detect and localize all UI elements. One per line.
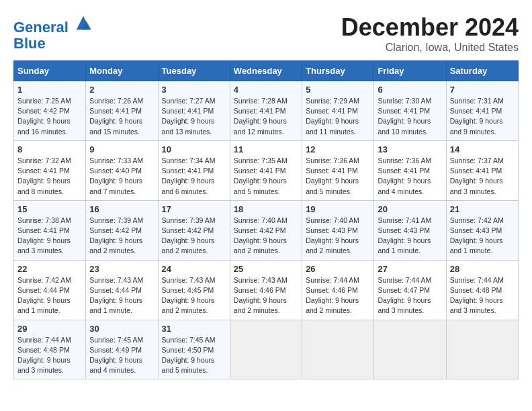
day-info: Sunrise: 7:25 AM Sunset: 4:42 PM Dayligh…	[17, 96, 82, 137]
calendar-cell: 13Sunrise: 7:36 AM Sunset: 4:41 PM Dayli…	[374, 140, 446, 200]
day-number: 23	[89, 264, 154, 274]
calendar-cell: 27Sunrise: 7:44 AM Sunset: 4:47 PM Dayli…	[374, 260, 446, 320]
day-info: Sunrise: 7:40 AM Sunset: 4:42 PM Dayligh…	[234, 216, 298, 257]
calendar-cell: 22Sunrise: 7:42 AM Sunset: 4:44 PM Dayli…	[14, 260, 86, 320]
day-number: 24	[162, 264, 226, 274]
day-number: 8	[17, 144, 82, 154]
logo: General Blue	[13, 13, 93, 52]
day-number: 14	[450, 144, 515, 154]
calendar-cell: 5Sunrise: 7:29 AM Sunset: 4:41 PM Daylig…	[302, 81, 374, 141]
day-info: Sunrise: 7:44 AM Sunset: 4:48 PM Dayligh…	[450, 275, 515, 316]
weekday-saturday: Saturday	[446, 61, 518, 81]
calendar-cell: 10Sunrise: 7:34 AM Sunset: 4:41 PM Dayli…	[158, 140, 230, 200]
calendar-cell	[374, 320, 446, 379]
page-header: General Blue December 2024 Clarion, Iowa…	[13, 13, 519, 54]
weekday-header-row: SundayMondayTuesdayWednesdayThursdayFrid…	[14, 61, 519, 81]
day-number: 11	[234, 144, 298, 154]
day-info: Sunrise: 7:32 AM Sunset: 4:41 PM Dayligh…	[17, 156, 82, 197]
calendar-table: SundayMondayTuesdayWednesdayThursdayFrid…	[13, 60, 519, 379]
calendar-cell: 30Sunrise: 7:45 AM Sunset: 4:49 PM Dayli…	[86, 320, 158, 379]
calendar-body: 1Sunrise: 7:25 AM Sunset: 4:42 PM Daylig…	[14, 81, 519, 379]
logo-general: General	[13, 19, 69, 36]
calendar-week-2: 8Sunrise: 7:32 AM Sunset: 4:41 PM Daylig…	[14, 140, 519, 200]
day-number: 1	[17, 85, 82, 95]
day-info: Sunrise: 7:43 AM Sunset: 4:46 PM Dayligh…	[234, 275, 298, 316]
day-info: Sunrise: 7:41 AM Sunset: 4:43 PM Dayligh…	[378, 216, 442, 257]
calendar-week-3: 15Sunrise: 7:38 AM Sunset: 4:41 PM Dayli…	[14, 200, 519, 260]
weekday-monday: Monday	[86, 61, 158, 81]
calendar-cell: 16Sunrise: 7:39 AM Sunset: 4:42 PM Dayli…	[86, 200, 158, 260]
calendar-cell: 3Sunrise: 7:27 AM Sunset: 4:41 PM Daylig…	[158, 81, 230, 141]
weekday-tuesday: Tuesday	[158, 61, 230, 81]
day-number: 9	[89, 144, 154, 154]
day-info: Sunrise: 7:27 AM Sunset: 4:41 PM Dayligh…	[162, 96, 226, 137]
day-info: Sunrise: 7:39 AM Sunset: 4:42 PM Dayligh…	[89, 216, 154, 257]
calendar-cell	[302, 320, 374, 379]
day-number: 16	[89, 204, 154, 214]
day-info: Sunrise: 7:42 AM Sunset: 4:44 PM Dayligh…	[17, 275, 82, 316]
day-number: 10	[162, 144, 226, 154]
calendar-cell: 23Sunrise: 7:43 AM Sunset: 4:44 PM Dayli…	[86, 260, 158, 320]
calendar-cell: 8Sunrise: 7:32 AM Sunset: 4:41 PM Daylig…	[14, 140, 86, 200]
day-number: 25	[234, 264, 298, 274]
calendar-cell: 24Sunrise: 7:43 AM Sunset: 4:45 PM Dayli…	[158, 260, 230, 320]
day-number: 19	[306, 204, 370, 214]
day-number: 30	[89, 324, 154, 334]
weekday-friday: Friday	[374, 61, 446, 81]
calendar-cell: 31Sunrise: 7:45 AM Sunset: 4:50 PM Dayli…	[158, 320, 230, 379]
calendar-cell: 1Sunrise: 7:25 AM Sunset: 4:42 PM Daylig…	[14, 81, 86, 141]
day-info: Sunrise: 7:36 AM Sunset: 4:41 PM Dayligh…	[306, 156, 370, 197]
day-number: 7	[450, 85, 515, 95]
day-number: 12	[306, 144, 370, 154]
weekday-sunday: Sunday	[14, 61, 86, 81]
title-block: December 2024 Clarion, Iowa, United Stat…	[341, 13, 519, 54]
calendar-cell: 28Sunrise: 7:44 AM Sunset: 4:48 PM Dayli…	[446, 260, 518, 320]
day-info: Sunrise: 7:34 AM Sunset: 4:41 PM Dayligh…	[162, 156, 226, 197]
weekday-thursday: Thursday	[302, 61, 374, 81]
calendar-cell: 20Sunrise: 7:41 AM Sunset: 4:43 PM Dayli…	[374, 200, 446, 260]
day-info: Sunrise: 7:31 AM Sunset: 4:41 PM Dayligh…	[450, 96, 515, 137]
day-info: Sunrise: 7:36 AM Sunset: 4:41 PM Dayligh…	[378, 156, 442, 197]
weekday-wednesday: Wednesday	[230, 61, 302, 81]
day-info: Sunrise: 7:30 AM Sunset: 4:41 PM Dayligh…	[378, 96, 442, 137]
calendar-cell: 7Sunrise: 7:31 AM Sunset: 4:41 PM Daylig…	[446, 81, 518, 141]
day-number: 21	[450, 204, 515, 214]
calendar-cell: 18Sunrise: 7:40 AM Sunset: 4:42 PM Dayli…	[230, 200, 302, 260]
calendar-cell: 11Sunrise: 7:35 AM Sunset: 4:41 PM Dayli…	[230, 140, 302, 200]
day-info: Sunrise: 7:26 AM Sunset: 4:41 PM Dayligh…	[89, 96, 154, 137]
day-number: 6	[378, 85, 442, 95]
calendar-cell: 6Sunrise: 7:30 AM Sunset: 4:41 PM Daylig…	[374, 81, 446, 141]
day-number: 13	[378, 144, 442, 154]
day-info: Sunrise: 7:33 AM Sunset: 4:40 PM Dayligh…	[89, 156, 154, 197]
calendar-cell: 14Sunrise: 7:37 AM Sunset: 4:41 PM Dayli…	[446, 140, 518, 200]
day-info: Sunrise: 7:39 AM Sunset: 4:42 PM Dayligh…	[162, 216, 226, 257]
day-number: 26	[306, 264, 370, 274]
day-info: Sunrise: 7:45 AM Sunset: 4:50 PM Dayligh…	[162, 335, 226, 376]
calendar-cell: 19Sunrise: 7:40 AM Sunset: 4:43 PM Dayli…	[302, 200, 374, 260]
logo-blue: Blue	[13, 35, 46, 52]
calendar-week-5: 29Sunrise: 7:44 AM Sunset: 4:48 PM Dayli…	[14, 320, 519, 379]
calendar-cell	[446, 320, 518, 379]
day-info: Sunrise: 7:44 AM Sunset: 4:47 PM Dayligh…	[378, 275, 442, 316]
day-info: Sunrise: 7:43 AM Sunset: 4:45 PM Dayligh…	[162, 275, 226, 316]
day-info: Sunrise: 7:45 AM Sunset: 4:49 PM Dayligh…	[89, 335, 154, 376]
day-info: Sunrise: 7:44 AM Sunset: 4:46 PM Dayligh…	[306, 275, 370, 316]
calendar-cell: 12Sunrise: 7:36 AM Sunset: 4:41 PM Dayli…	[302, 140, 374, 200]
calendar-cell: 15Sunrise: 7:38 AM Sunset: 4:41 PM Dayli…	[14, 200, 86, 260]
logo-icon	[74, 13, 93, 32]
day-info: Sunrise: 7:42 AM Sunset: 4:43 PM Dayligh…	[450, 216, 515, 257]
location: Clarion, Iowa, United States	[341, 42, 519, 54]
day-number: 17	[162, 204, 226, 214]
calendar-cell: 21Sunrise: 7:42 AM Sunset: 4:43 PM Dayli…	[446, 200, 518, 260]
day-number: 15	[17, 204, 82, 214]
day-number: 5	[306, 85, 370, 95]
calendar-cell: 9Sunrise: 7:33 AM Sunset: 4:40 PM Daylig…	[86, 140, 158, 200]
calendar-cell: 4Sunrise: 7:28 AM Sunset: 4:41 PM Daylig…	[230, 81, 302, 141]
month-title: December 2024	[341, 13, 519, 42]
calendar-cell: 25Sunrise: 7:43 AM Sunset: 4:46 PM Dayli…	[230, 260, 302, 320]
calendar-week-1: 1Sunrise: 7:25 AM Sunset: 4:42 PM Daylig…	[14, 81, 519, 141]
day-info: Sunrise: 7:28 AM Sunset: 4:41 PM Dayligh…	[234, 96, 298, 137]
day-info: Sunrise: 7:37 AM Sunset: 4:41 PM Dayligh…	[450, 156, 515, 197]
day-info: Sunrise: 7:43 AM Sunset: 4:44 PM Dayligh…	[89, 275, 154, 316]
day-number: 20	[378, 204, 442, 214]
